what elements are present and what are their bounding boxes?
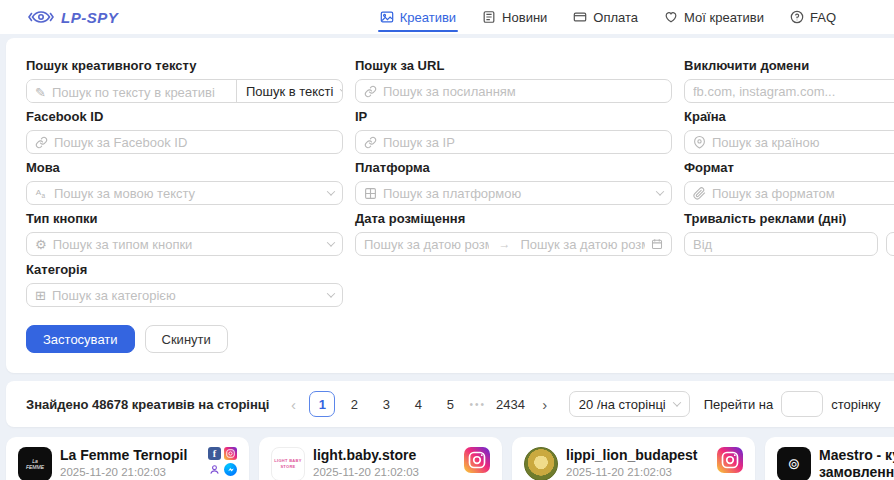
facebook-id-input[interactable] <box>54 135 334 150</box>
next-page-button[interactable]: › <box>535 396 555 413</box>
creative-card[interactable]: LaFEMME La Femme Ternopil 2025-11-20 21:… <box>6 437 249 480</box>
field-label: Дата розміщення <box>355 211 672 226</box>
creative-card[interactable]: LIGHT BABYSTORE light.baby.store 2025-11… <box>259 437 502 480</box>
field-ip: IP <box>355 109 672 154</box>
field-platform: Платформа <box>355 160 672 205</box>
field-label: Мова <box>26 160 343 175</box>
results-bar: Знайдено 48678 креативів на сторінці ‹ 1… <box>6 381 894 427</box>
page-button-last[interactable]: 2434 <box>492 391 529 417</box>
pagination-ellipsis[interactable]: ••• <box>469 399 486 410</box>
creative-text-input[interactable] <box>52 85 228 100</box>
card-date: 2025-11-20 21:02:03 <box>313 466 456 478</box>
page-button-4[interactable]: 4 <box>405 391 431 417</box>
card-title: Maestro - кухні, меблі на замовлення в У… <box>819 447 894 480</box>
instagram-icon <box>224 447 237 460</box>
language-input[interactable] <box>54 186 322 201</box>
field-button-type: Тип кнопки ⚙ <box>26 211 343 256</box>
link-icon <box>35 136 48 149</box>
ip-input[interactable] <box>383 135 663 150</box>
card-date: 2025-11-20 21:02:03 <box>60 466 200 478</box>
calendar-icon <box>651 238 663 250</box>
nav-tab-news[interactable]: Новини <box>482 0 547 34</box>
field-creative-text: Пошук креативного тексту ✎ Пошук в текст… <box>26 58 343 103</box>
page-size-select[interactable]: 20 /на сторінці <box>569 391 690 417</box>
prev-page-button[interactable]: ‹ <box>283 396 303 413</box>
category-select[interactable]: ⊞ <box>26 283 343 307</box>
platform-icon <box>364 187 377 200</box>
field-language: Мова Aa <box>26 160 343 205</box>
exclude-domains-input[interactable] <box>693 84 894 99</box>
map-pin-icon <box>693 136 706 149</box>
search-mode-value: Пошук в тексті <box>246 84 334 99</box>
logo[interactable]: LP-SPY <box>28 9 118 26</box>
instagram-icon <box>717 447 743 473</box>
platform-select[interactable] <box>355 181 672 205</box>
category-input[interactable] <box>52 288 322 303</box>
nav-label: Новини <box>502 10 547 25</box>
field-category: Категорія ⊞ <box>26 262 343 307</box>
translate-icon: Aa <box>35 187 48 200</box>
format-input[interactable] <box>712 186 894 201</box>
goto-suffix: сторінку <box>831 397 880 412</box>
apply-button[interactable]: Застосувати <box>26 325 135 353</box>
field-label: Виключити домени <box>684 58 894 73</box>
chevron-down-icon <box>672 398 680 406</box>
heart-icon <box>664 10 678 24</box>
country-input[interactable] <box>712 135 894 150</box>
field-label: Формат <box>684 160 894 175</box>
card-title: light.baby.store <box>313 447 456 464</box>
button-type-input[interactable] <box>53 237 322 252</box>
page-button-1[interactable]: 1 <box>309 391 335 417</box>
date-to-input[interactable] <box>521 237 646 252</box>
creative-card[interactable]: lippi_lion_budapest 2025-11-20 21:02:03 … <box>512 437 755 480</box>
date-range-picker[interactable]: → <box>355 232 672 256</box>
person-icon <box>208 463 221 476</box>
duration-from-input[interactable] <box>693 237 869 252</box>
button-type-select[interactable]: ⚙ <box>26 232 343 256</box>
chevron-down-icon <box>327 187 335 195</box>
instagram-icon <box>464 447 490 473</box>
question-circle-icon <box>790 10 804 24</box>
nav-label: Креативи <box>400 10 456 25</box>
language-select[interactable]: Aa <box>26 181 343 205</box>
nav-label: Оплата <box>593 10 638 25</box>
avatar: LIGHT BABYSTORE <box>271 447 305 480</box>
creative-card[interactable]: ⊚ Maestro - кухні, меблі на замовлення в… <box>765 437 894 480</box>
messenger-icon <box>224 463 237 476</box>
pencil-icon: ✎ <box>35 86 46 99</box>
facebook-icon: f <box>208 447 221 460</box>
credit-card-icon <box>573 10 587 24</box>
chevron-down-icon <box>327 289 335 297</box>
filter-panel: Пошук креативного тексту ✎ Пошук в текст… <box>6 38 894 373</box>
field-country: Країна <box>684 109 894 154</box>
page-size-value: 20 /на сторінці <box>579 397 666 412</box>
format-select[interactable] <box>684 181 894 205</box>
goto-page: Перейти на сторінку <box>704 391 881 417</box>
field-label: Тривалість реклами (дні) <box>684 211 894 226</box>
url-input[interactable] <box>383 84 663 99</box>
page-button-3[interactable]: 3 <box>373 391 399 417</box>
nav-tab-faq[interactable]: FAQ <box>790 0 836 34</box>
main-nav: Креативи Новини Оплата Мої креативи <box>380 0 836 34</box>
avatar: LaFEMME <box>18 447 52 480</box>
page: LP-SPY Креативи Новини Оплата <box>0 0 894 480</box>
reset-button[interactable]: Скинути <box>145 325 228 353</box>
page-button-2[interactable]: 2 <box>341 391 367 417</box>
field-facebook-id: Facebook ID <box>26 109 343 154</box>
field-placement-date: Дата розміщення → <box>355 211 672 256</box>
nav-tab-payment[interactable]: Оплата <box>573 0 638 34</box>
field-label: Facebook ID <box>26 109 343 124</box>
nav-tab-creatives[interactable]: Креативи <box>380 0 456 34</box>
page-button-5[interactable]: 5 <box>437 391 463 417</box>
avatar: ⊚ <box>777 447 811 480</box>
platform-input[interactable] <box>383 186 651 201</box>
link-icon <box>364 85 377 98</box>
date-from-input[interactable] <box>364 237 489 252</box>
chevron-down-icon <box>340 85 343 93</box>
nav-label: Мої креативи <box>684 10 764 25</box>
search-mode-select[interactable]: Пошук в тексті <box>236 80 343 102</box>
goto-page-input[interactable] <box>781 391 823 417</box>
gear-icon: ⚙ <box>35 238 47 251</box>
nav-tab-my-creatives[interactable]: Мої креативи <box>664 0 764 34</box>
field-label: IP <box>355 109 672 124</box>
